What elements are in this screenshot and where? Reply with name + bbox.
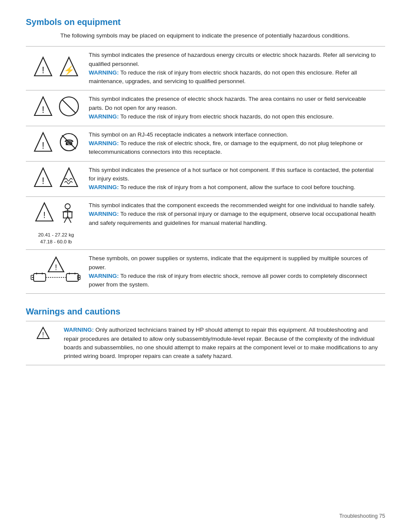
symbol-desc-5: This symbol indicates that the component… bbox=[85, 197, 385, 250]
symbol-icon-cell-2: ! bbox=[26, 90, 85, 126]
symbol-desc-4: This symbol indicates the presence of a … bbox=[85, 161, 385, 196]
svg-text:!: ! bbox=[43, 210, 46, 220]
symbol-icon-cell-1: ! ⚡ bbox=[26, 47, 85, 90]
section-warnings: Warnings and cautions ! WARNING: Only au… bbox=[26, 307, 385, 365]
svg-line-7 bbox=[62, 100, 76, 113]
svg-line-23 bbox=[64, 216, 68, 223]
svg-text:!: ! bbox=[42, 175, 44, 186]
svg-text:!: ! bbox=[42, 331, 44, 339]
symbol-icon-cell-6: ! bbox=[26, 250, 85, 294]
svg-text:⚡: ⚡ bbox=[64, 65, 75, 75]
symbol-icon-cell-4: ! bbox=[26, 161, 85, 196]
symbol-desc-3: This symbol on an RJ-45 receptacle indic… bbox=[85, 126, 385, 161]
svg-rect-32 bbox=[66, 274, 78, 281]
svg-rect-27 bbox=[34, 274, 46, 281]
section-title-warnings: Warnings and cautions bbox=[26, 307, 385, 317]
intro-text: The following symbols may be placed on e… bbox=[60, 31, 385, 40]
table-row: ! ⚡ This symbol indicates the presence o… bbox=[26, 47, 385, 90]
svg-text:!: ! bbox=[55, 263, 57, 272]
table-row: ! WARNING: Only authorized technicians t… bbox=[26, 321, 385, 365]
svg-text:!: ! bbox=[42, 65, 44, 75]
svg-text:!: ! bbox=[42, 140, 44, 151]
symbol-desc-2: This symbol indicates the presence of el… bbox=[85, 90, 385, 126]
svg-text:!: ! bbox=[42, 104, 44, 115]
table-row: ! This symbol indicates the presence of … bbox=[26, 161, 385, 196]
svg-line-24 bbox=[68, 216, 71, 223]
weight-label: 20.41 - 27.22 kg 47.18 - 60.0 lb bbox=[30, 231, 82, 245]
table-row: ! 20.41 - 27.22 kg 47.18 - 60.0 lb bbox=[26, 197, 385, 250]
svg-point-18 bbox=[65, 204, 70, 209]
page-footer: Troubleshooting 75 bbox=[339, 513, 385, 519]
symbol-desc-6: These symbols, on power supplies or syst… bbox=[85, 250, 385, 294]
table-row: ! ☎ This symbol on an RJ-45 receptacle i… bbox=[26, 126, 385, 161]
section-title-symbols: Symbols on equipment bbox=[26, 17, 385, 27]
table-row: ! This symbol indicates the presence of … bbox=[26, 90, 385, 126]
warnings-table: ! WARNING: Only authorized technicians t… bbox=[26, 321, 385, 365]
table-row: ! These symbols, on power supplies or sy… bbox=[26, 250, 385, 294]
symbol-icon-cell-5: ! 20.41 - 27.22 kg 47.18 - 60.0 lb bbox=[26, 197, 85, 250]
symbol-desc-1: This symbol indicates the presence of ha… bbox=[85, 47, 385, 90]
warning-text-1: WARNING: Only authorized technicians tra… bbox=[60, 321, 385, 365]
warning-icon-cell: ! bbox=[26, 321, 60, 365]
symbol-icon-cell-3: ! ☎ bbox=[26, 126, 85, 161]
symbols-table: ! ⚡ This symbol indicates the presence o… bbox=[26, 46, 385, 294]
